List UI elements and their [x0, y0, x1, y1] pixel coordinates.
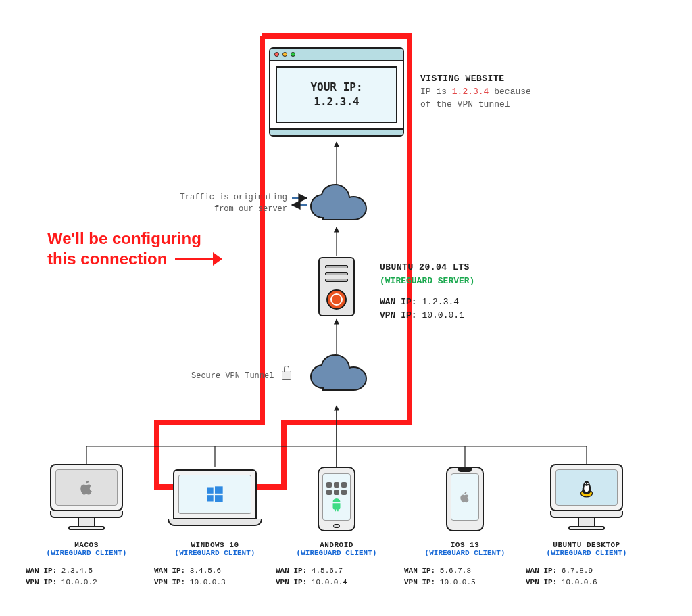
lock-icon [282, 371, 291, 380]
traffic-light-close-icon [274, 52, 279, 57]
wan-key: WAN IP: [526, 567, 557, 575]
apple-logo-icon [458, 490, 472, 504]
client-block-android: ANDROID (WIREGUARD CLIENT) WAN IP: 4.5.6… [276, 541, 397, 588]
device-ubuntu-desktop-icon [550, 464, 623, 530]
client-os: ANDROID [276, 541, 397, 549]
client-os: IOS 13 [404, 541, 526, 549]
vpn-val: 10.0.0.5 [440, 578, 476, 586]
website-caption-prefix: IP is [420, 87, 452, 97]
traffic-origin-label: Traffic is originating from our server [169, 192, 287, 215]
ip-value: 1.2.3.4 [310, 95, 362, 110]
browser-viewport: YOUR IP: 1.2.3.4 [276, 66, 397, 123]
vpn-val: 10.0.0.2 [61, 578, 97, 586]
cloud-internet-icon [305, 184, 373, 227]
device-ios-icon [446, 467, 484, 531]
server-vpn-val: 10.0.0.1 [422, 310, 464, 321]
website-caption-line1: IP is 1.2.3.4 because [420, 86, 531, 99]
vpn-val: 10.0.0.4 [312, 578, 347, 586]
wan-val: 3.4.5.6 [190, 567, 221, 575]
server-wan-val: 1.2.3.4 [422, 297, 459, 307]
client-block-ios: IOS 13 (WIREGUARD CLIENT) WAN IP: 5.6.7.… [404, 541, 526, 588]
client-role: (WIREGUARD CLIENT) [26, 549, 147, 557]
server-caption: UBUNTU 20.04 LTS (WIREGUARD SERVER) WAN … [380, 261, 474, 322]
svg-point-19 [585, 483, 586, 484]
client-os: UBUNTU DESKTOP [526, 541, 647, 549]
android-logo-icon [329, 498, 344, 513]
vpn-val: 10.0.0.3 [190, 578, 226, 586]
client-block-macos: MACOS (WIREGUARD CLIENT) WAN IP: 2.3.4.5… [26, 541, 147, 588]
wan-val: 5.6.7.8 [440, 567, 471, 575]
callout-line2: this connection [47, 249, 167, 269]
server-tower-icon [318, 257, 355, 316]
traffic-light-zoom-icon [291, 52, 295, 57]
vpn-key: VPN IP: [276, 578, 307, 586]
diagram-stage: YOUR IP: 1.2.3.4 VISTING WEBSITE IP is 1… [0, 0, 692, 616]
browser-base [270, 128, 403, 135]
server-os-label: UBUNTU 20.04 LTS [380, 261, 474, 275]
device-macos-icon [50, 464, 123, 530]
traffic-label-l1: Traffic is originating [169, 192, 287, 204]
website-caption-line2: of the VPN tunnel [420, 99, 531, 112]
windows-logo-icon [205, 485, 224, 504]
client-role: (WIREGUARD CLIENT) [526, 549, 647, 557]
callout-line1: We'll be configuring [47, 229, 222, 249]
website-caption-ip: 1.2.3.4 [452, 87, 489, 97]
server-vpn-key: VPN IP: [380, 310, 417, 321]
client-block-ubuntu: UBUNTU DESKTOP (WIREGUARD CLIENT) WAN IP… [526, 541, 647, 588]
client-role: (WIREGUARD CLIENT) [404, 549, 526, 557]
ip-label: YOUR IP: [310, 80, 362, 95]
wan-key: WAN IP: [276, 567, 307, 575]
website-caption-title: VISTING WEBSITE [420, 73, 531, 86]
tunnel-label-text: Secure VPN Tunnel [191, 371, 274, 381]
website-caption-suffix: because [489, 87, 530, 97]
svg-rect-16 [215, 495, 223, 502]
browser-window: YOUR IP: 1.2.3.4 [269, 47, 404, 137]
device-android-icon [318, 467, 355, 531]
svg-marker-12 [213, 252, 222, 266]
svg-point-20 [587, 483, 589, 484]
client-os: MACOS [26, 541, 147, 549]
client-role: (WIREGUARD CLIENT) [154, 549, 276, 557]
tux-icon [578, 477, 595, 498]
traffic-light-minimize-icon [282, 52, 287, 57]
server-wan-key: WAN IP: [380, 297, 417, 307]
wan-key: WAN IP: [26, 567, 57, 575]
vpn-key: VPN IP: [526, 578, 557, 586]
traffic-label-l2: from our server [169, 204, 287, 215]
client-block-windows: WINDOWS 10 (WIREGUARD CLIENT) WAN IP: 3.… [154, 541, 276, 588]
cloud-vpn-icon [305, 354, 373, 398]
tunnel-label: Secure VPN Tunnel [191, 371, 291, 381]
website-caption: VISTING WEBSITE IP is 1.2.3.4 because of… [420, 73, 531, 112]
vpn-val: 10.0.0.6 [562, 578, 597, 586]
vpn-key: VPN IP: [404, 578, 435, 586]
client-os: WINDOWS 10 [154, 541, 276, 549]
callout-text: We'll be configuring this connection [47, 229, 222, 269]
wan-key: WAN IP: [404, 567, 435, 575]
wan-val: 6.7.8.9 [562, 567, 593, 575]
browser-titlebar [270, 49, 403, 61]
ubuntu-logo-icon [326, 289, 347, 310]
wan-val: 2.3.4.5 [61, 567, 93, 575]
svg-rect-14 [215, 486, 223, 494]
svg-rect-13 [207, 488, 213, 494]
device-windows-icon [173, 469, 257, 526]
client-role: (WIREGUARD CLIENT) [276, 549, 397, 557]
server-role-label: (WIREGUARD SERVER) [380, 275, 474, 288]
callout-arrow-icon [175, 250, 222, 268]
svg-rect-15 [207, 495, 213, 501]
wan-val: 4.5.6.7 [312, 567, 343, 575]
wan-key: WAN IP: [154, 567, 185, 575]
apple-logo-icon [78, 479, 95, 496]
vpn-key: VPN IP: [26, 578, 57, 586]
vpn-key: VPN IP: [154, 578, 185, 586]
